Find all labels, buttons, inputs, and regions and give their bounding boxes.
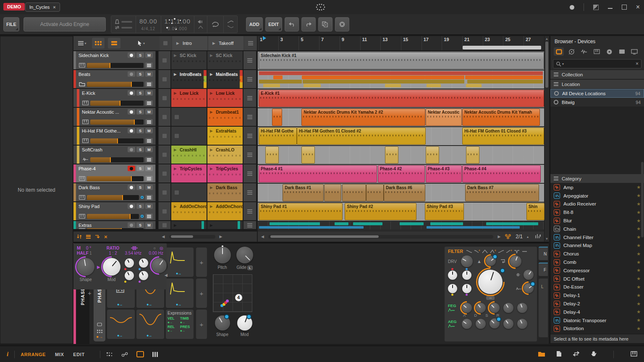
show-arranger-button[interactable] xyxy=(108,38,120,49)
volume-slider[interactable] xyxy=(87,195,139,200)
clip-stop-button[interactable] xyxy=(159,183,170,201)
info-icon[interactable]: i xyxy=(7,351,8,358)
launcher-clip[interactable]: ▶ xyxy=(207,221,243,229)
device-list-item[interactable]: Delay-1 ★ xyxy=(550,291,644,299)
clip-stop-button[interactable] xyxy=(159,70,170,88)
track-row[interactable]: Extras S M xyxy=(73,221,159,229)
favorite-star-icon[interactable]: ★ xyxy=(636,185,641,190)
favorite-star-icon[interactable]: ★ xyxy=(636,201,641,207)
location-item[interactable]: Bitwig 94 xyxy=(550,98,644,107)
arranger-track-lane[interactable] xyxy=(258,221,544,229)
track-name[interactable]: Phase-4 xyxy=(79,166,96,171)
track-menu-button[interactable] xyxy=(145,195,153,200)
mute-button[interactable]: M xyxy=(145,109,153,115)
add-modulator-button[interactable]: + xyxy=(196,247,207,277)
arranger-clip[interactable]: Dark Bass #7 xyxy=(465,184,539,201)
activate-audio-engine-button[interactable]: Activate Audio Engine xyxy=(24,17,106,31)
arranger-clip[interactable] xyxy=(366,184,384,201)
pointer-tool-button[interactable]: ▾ xyxy=(135,38,147,49)
expression-label[interactable]: VEL xyxy=(168,316,175,320)
category-section-header[interactable]: Category xyxy=(550,174,644,183)
track-row[interactable]: Sidechain Kick S M xyxy=(73,51,159,69)
aeg-a-knob[interactable] xyxy=(462,319,472,329)
scene-launch-button[interactable] xyxy=(243,51,256,69)
track-name[interactable]: Extras xyxy=(79,223,92,228)
clip-launcher-toggle-icon[interactable] xyxy=(136,351,144,357)
expression-route-icon[interactable]: ●→ xyxy=(168,329,172,333)
device-list-item[interactable]: Delay-4 ★ xyxy=(550,308,644,316)
solo-button[interactable]: S xyxy=(136,222,144,228)
scene-launch-button[interactable] xyxy=(243,183,256,201)
record-arm-button[interactable] xyxy=(128,128,135,133)
swap-tracks-icon[interactable] xyxy=(77,234,82,239)
browser-scrollbar[interactable] xyxy=(641,162,644,237)
clip-play-icon[interactable]: ▶ xyxy=(174,91,177,95)
launcher-clip[interactable]: ▶ TripCycles xyxy=(207,164,243,182)
arranger-track-lane[interactable]: Shiny Pad #1 Shiny Pad #2 Shiny Pad #3 S… xyxy=(258,203,544,221)
device-list-item[interactable]: Chain ★ xyxy=(550,225,644,233)
expression-label[interactable]: REL xyxy=(168,325,175,329)
clip-play-icon[interactable]: ▶ xyxy=(210,129,213,133)
favorite-star-icon[interactable]: ★ xyxy=(636,293,641,298)
track-row[interactable]: Beats S M xyxy=(73,70,159,88)
record-arm-button[interactable] xyxy=(128,203,135,209)
device-list-item[interactable]: Comb ★ xyxy=(550,258,644,266)
arranger-clip[interactable]: Sidechain Kick #1 xyxy=(259,52,544,69)
mute-button[interactable]: M xyxy=(145,166,153,171)
launcher-clip[interactable]: ▶ Drumbeat1 xyxy=(207,108,243,126)
arranger-scroll-left[interactable]: ◀ xyxy=(261,234,264,239)
scene-launch-button[interactable] xyxy=(243,127,256,145)
solo-button[interactable]: S xyxy=(136,203,144,209)
osc-mod-amount-knob[interactable] xyxy=(125,271,134,280)
location-section-header[interactable]: Location xyxy=(550,79,644,89)
clip-stop-button[interactable] xyxy=(159,127,170,145)
mix-view-button[interactable]: MIX xyxy=(55,352,64,357)
favorite-star-icon[interactable]: ★ xyxy=(636,318,641,323)
tempo-display[interactable]: 80.00 4/4,12 xyxy=(136,16,161,33)
volume-slider[interactable] xyxy=(90,157,144,162)
track-row[interactable]: Dark Bass S M xyxy=(73,183,159,201)
launcher-clip[interactable]: ▶ ExtraHats xyxy=(207,127,243,145)
modulator-cell[interactable]: ⚄ Expressions VEL●→TIMB●→REL●→PRES●→ ●→ xyxy=(166,247,194,277)
device-list-item[interactable]: Channel Filter ★ xyxy=(550,233,644,242)
arranger-clip[interactable] xyxy=(324,184,341,201)
clip-stop-button[interactable] xyxy=(159,164,170,182)
launcher-clip[interactable]: ▶ Low Lick xyxy=(171,89,207,107)
mod-route-icon[interactable]: ●→ xyxy=(117,333,122,338)
arranger-clip[interactable]: Hi-Hat FM Gothe xyxy=(259,128,297,145)
scene-launch-button[interactable] xyxy=(243,89,256,107)
launcher-clip[interactable]: ▶ xyxy=(171,127,207,145)
clip-stop-button[interactable] xyxy=(159,89,170,107)
presets-tab-icon[interactable] xyxy=(604,47,614,56)
expression-route-icon[interactable]: ●→ xyxy=(180,329,185,333)
close-button[interactable]: × xyxy=(636,5,640,9)
launcher-clip[interactable]: ▶ AddOnChord xyxy=(171,202,207,220)
scene-header-intro[interactable]: ▶Intro xyxy=(172,36,207,50)
side-panel-n[interactable]: N xyxy=(539,247,548,260)
device-list-item[interactable]: Compressor ★ xyxy=(550,266,644,275)
mute-button[interactable]: M xyxy=(145,52,153,58)
swap-icon[interactable] xyxy=(573,351,580,357)
add-track-device-button[interactable]: + xyxy=(88,289,92,297)
project-tab-close-icon[interactable]: × xyxy=(53,5,55,10)
hand-tool-icon[interactable] xyxy=(591,351,597,358)
track-name[interactable]: SoftCrash xyxy=(82,147,102,152)
track-menu-button[interactable] xyxy=(145,119,153,125)
minimize-button[interactable] xyxy=(608,8,613,9)
mute-button[interactable]: M xyxy=(145,185,153,190)
launcher-clip[interactable]: ▶ xyxy=(171,183,207,201)
record-arm-button[interactable] xyxy=(128,185,135,190)
volume-slider[interactable] xyxy=(87,228,144,229)
edit-button[interactable]: EDIT xyxy=(265,17,282,31)
osc-mode-num[interactable]: 1 xyxy=(89,251,101,255)
feg-vel-knob[interactable] xyxy=(517,303,527,313)
osc-mod-knob[interactable] xyxy=(103,258,120,276)
arranger-clip[interactable]: Phase-4 #1 xyxy=(259,165,377,182)
track-row[interactable]: Hi-Hat FM Gothe... S M xyxy=(73,127,159,145)
ruler-zoom-region[interactable] xyxy=(463,46,542,49)
expression-label[interactable]: TIMB xyxy=(180,316,189,320)
mod-route-icon[interactable]: ●→ xyxy=(176,302,181,307)
clip-stop-button[interactable] xyxy=(159,51,170,69)
mute-button[interactable]: M xyxy=(145,71,153,77)
record-arm-button[interactable] xyxy=(128,109,135,115)
